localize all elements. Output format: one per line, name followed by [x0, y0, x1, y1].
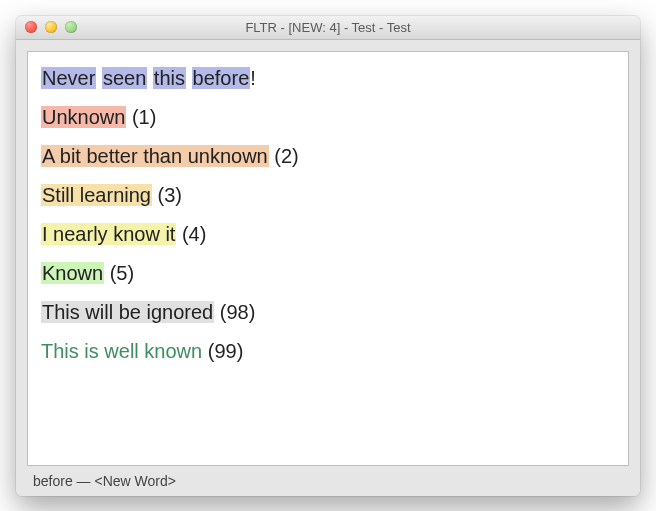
- text-segment: (5): [104, 262, 134, 284]
- status-bar: before — <New Word>: [27, 466, 629, 496]
- word[interactable]: this: [153, 67, 186, 89]
- text-segment: !: [250, 67, 256, 89]
- word[interactable]: I nearly know it: [41, 223, 176, 245]
- titlebar[interactable]: FLTR - [NEW: 4] - Test - Test: [16, 16, 640, 40]
- text-line: Known (5): [41, 260, 615, 287]
- text-line: Unknown (1): [41, 104, 615, 131]
- word[interactable]: Still learning: [41, 184, 152, 206]
- word[interactable]: A bit better than unknown: [41, 145, 269, 167]
- text-line: I nearly know it (4): [41, 221, 615, 248]
- word[interactable]: Known: [41, 262, 104, 284]
- text-line: Never seen this before!: [41, 65, 615, 92]
- text-segment: (4): [176, 223, 206, 245]
- text-segment: (3): [152, 184, 182, 206]
- text-line: A bit better than unknown (2): [41, 143, 615, 170]
- word[interactable]: before: [192, 67, 251, 89]
- zoom-icon[interactable]: [65, 21, 77, 33]
- text-line: This will be ignored (98): [41, 299, 615, 326]
- app-window: FLTR - [NEW: 4] - Test - Test Never seen…: [16, 16, 640, 496]
- text-line: This is well known (99): [41, 338, 615, 365]
- text-segment: (2): [269, 145, 299, 167]
- word[interactable]: Never: [41, 67, 96, 89]
- word[interactable]: Unknown: [41, 106, 126, 128]
- text-pane[interactable]: Never seen this before!Unknown (1)A bit …: [27, 51, 629, 466]
- text-segment: (1): [126, 106, 156, 128]
- word[interactable]: This is well known: [41, 340, 202, 362]
- text-segment: [186, 67, 192, 89]
- text-line: Still learning (3): [41, 182, 615, 209]
- text-segment: (99): [202, 340, 243, 362]
- word[interactable]: This will be ignored: [41, 301, 214, 323]
- word[interactable]: seen: [102, 67, 147, 89]
- close-icon[interactable]: [25, 21, 37, 33]
- minimize-icon[interactable]: [45, 21, 57, 33]
- text-segment: (98): [214, 301, 255, 323]
- window-title: FLTR - [NEW: 4] - Test - Test: [16, 20, 640, 35]
- status-text: before — <New Word>: [33, 473, 176, 489]
